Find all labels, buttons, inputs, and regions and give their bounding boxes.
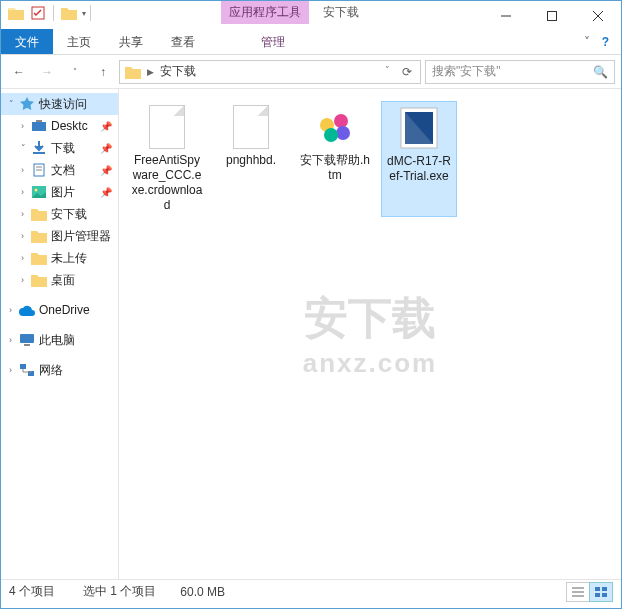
file-name: FreeAntiSpyware_CCC.exe.crdownload [131,153,203,213]
pin-icon: 📌 [100,187,114,198]
svg-rect-2 [548,12,557,21]
item-icon [31,206,47,222]
svg-point-19 [336,126,350,140]
qat-dropdown-icon[interactable]: ▾ [82,9,86,18]
file-icon [313,105,357,149]
expand-icon[interactable]: › [21,121,31,131]
svg-rect-6 [36,120,42,122]
folder-icon[interactable] [7,4,25,22]
svg-rect-7 [33,152,45,154]
item-icon [31,272,47,288]
sidebar-item-label: OneDrive [39,303,90,317]
sidebar-item[interactable]: › Desktc 📌 [1,115,118,137]
details-view-button[interactable] [566,582,590,602]
back-button[interactable]: ← [7,60,31,84]
forward-button[interactable]: → [35,60,59,84]
svg-rect-26 [602,587,607,591]
svg-rect-13 [20,334,34,343]
status-bar: 4 个项目 选中 1 个项目 60.0 MB [1,579,621,603]
up-button[interactable]: ↑ [91,60,115,84]
search-icon[interactable]: 🔍 [593,65,608,79]
properties-icon[interactable] [29,4,47,22]
folder-icon [122,65,144,79]
main-area: ˅ 快速访问 › Desktc 📌˅ 下载 📌› 文档 📌› 图片 📌› 安下载… [1,89,621,579]
pin-icon: 📌 [100,165,114,176]
svg-point-20 [324,128,338,142]
status-item-count: 4 个项目 [9,583,55,600]
address-bar[interactable]: ▶ 安下载 ˅ ⟳ [119,60,421,84]
svg-rect-15 [20,364,26,369]
file-item[interactable]: FreeAntiSpyware_CCC.exe.crdownload [129,101,205,217]
sidebar-item-label: 图片 [51,184,75,201]
search-placeholder: 搜索"安下载" [432,63,501,80]
separator [90,5,91,21]
tab-view[interactable]: 查看 [157,29,209,54]
file-item[interactable]: pnghhbd. [213,101,289,217]
sidebar-quick-access[interactable]: ˅ 快速访问 [1,93,118,115]
expand-icon[interactable]: › [21,165,31,175]
item-icon [31,162,47,178]
file-name: dMC-R17-Ref-Trial.exe [384,154,454,184]
file-item[interactable]: dMC-R17-Ref-Trial.exe [381,101,457,217]
sidebar-item-label: 文档 [51,162,75,179]
expand-icon[interactable]: › [21,275,31,285]
maximize-button[interactable] [529,1,575,31]
star-icon [19,96,35,112]
svg-rect-25 [595,587,600,591]
monitor-icon [19,332,35,348]
sidebar-item[interactable]: ˅ 下载 📌 [1,137,118,159]
address-dropdown-icon[interactable]: ˅ [379,65,396,79]
search-input[interactable]: 搜索"安下载" 🔍 [425,60,615,84]
expand-icon[interactable]: › [9,365,19,375]
ribbon-tabs: 文件 主页 共享 查看 管理 ˅ ? [1,29,621,55]
breadcrumb-segment[interactable]: 安下载 [157,63,199,80]
sidebar-item[interactable]: › 桌面 [1,269,118,291]
expand-icon[interactable]: › [21,253,31,263]
sidebar-this-pc[interactable]: › 此电脑 [1,329,118,351]
tab-share[interactable]: 共享 [105,29,157,54]
sidebar-item[interactable]: › 安下载 [1,203,118,225]
expand-icon[interactable]: › [21,231,31,241]
svg-point-12 [35,189,38,192]
sidebar-item[interactable]: › 图片管理器 [1,225,118,247]
item-icon [31,140,47,156]
expand-icon[interactable]: ˅ [9,99,19,109]
file-item[interactable]: 安下载帮助.htm [297,101,373,217]
refresh-icon[interactable]: ⟳ [396,65,418,79]
tab-home[interactable]: 主页 [53,29,105,54]
item-icon [31,228,47,244]
expand-icon[interactable]: ˅ [21,143,31,153]
navigation-pane[interactable]: ˅ 快速访问 › Desktc 📌˅ 下载 📌› 文档 📌› 图片 📌› 安下载… [1,89,119,579]
tab-manage[interactable]: 管理 [247,29,299,54]
expand-icon[interactable]: › [9,305,19,315]
file-list[interactable]: 安下载 anxz.com FreeAntiSpyware_CCC.exe.crd… [119,89,621,579]
sidebar-item-label: Desktc [51,119,88,133]
minimize-button[interactable] [483,1,529,31]
sidebar-item-label: 未上传 [51,250,87,267]
expand-icon[interactable]: › [21,209,31,219]
chevron-right-icon[interactable]: ▶ [144,67,157,77]
expand-icon[interactable]: › [21,187,31,197]
window-title: 安下载 [309,1,373,24]
close-button[interactable] [575,1,621,31]
file-tab[interactable]: 文件 [1,29,53,54]
sidebar-onedrive[interactable]: › OneDrive [1,299,118,321]
pin-icon: 📌 [100,121,114,132]
help-icon[interactable]: ? [602,35,609,49]
recent-dropdown-icon[interactable]: ˅ [63,60,87,84]
separator [53,5,54,21]
ribbon-expand-icon[interactable]: ˅ [584,35,590,49]
file-name: 安下载帮助.htm [299,153,371,183]
network-icon [19,362,35,378]
svg-rect-28 [602,593,607,597]
sidebar-item[interactable]: › 图片 📌 [1,181,118,203]
sidebar-network[interactable]: › 网络 [1,359,118,381]
sidebar-item[interactable]: › 未上传 [1,247,118,269]
sidebar-item-label: 图片管理器 [51,228,111,245]
sidebar-item[interactable]: › 文档 📌 [1,159,118,181]
icons-view-button[interactable] [589,582,613,602]
folder-icon[interactable] [60,4,78,22]
expand-icon[interactable]: › [9,335,19,345]
svg-rect-14 [24,344,30,346]
item-icon [31,250,47,266]
